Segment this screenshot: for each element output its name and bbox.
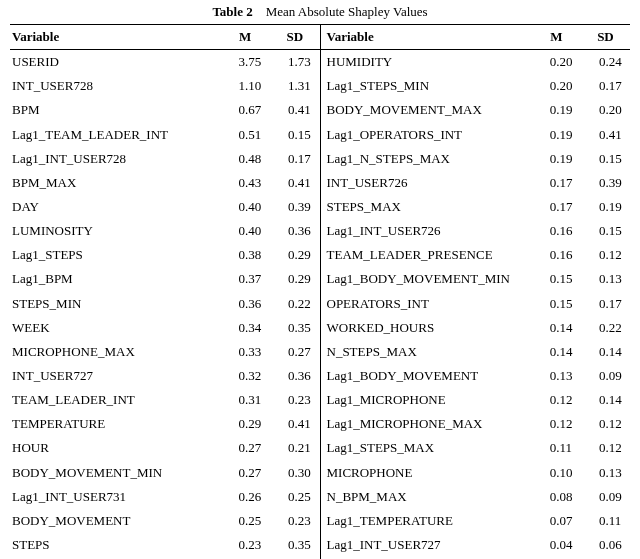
sd-cell: 0.35 [270,316,320,340]
variable-cell: N_STEPS_MAX [321,340,532,364]
m-cell: 0.25 [220,509,270,533]
sd-cell: 0.14 [581,340,630,364]
variable-cell: Lag1_INT_USER727 [321,533,532,557]
variable-cell: HOUR [10,436,220,460]
variable-cell: Lag1_TEMPERATURE [321,509,532,533]
header-variable: Variable [10,25,220,50]
table-row: MICROPHONE_MAX0.330.27 [10,340,320,364]
variable-cell: USERID [10,50,220,75]
table-header-row: Variable M SD [321,25,631,50]
m-cell: 0.13 [532,364,581,388]
m-cell: 0.17 [532,195,581,219]
sd-cell: 0.09 [581,364,630,388]
variable-cell: INT_USER728 [10,74,220,98]
m-cell: 0.27 [220,461,270,485]
table-row: Lag1_INT_USER7270.040.06 [321,533,631,557]
table-row: Lag1_OPERATORS_INT0.190.41 [321,123,631,147]
sd-cell: 0.12 [581,412,630,436]
m-cell: 0.04 [532,533,581,557]
table-caption-label: Table 2 [212,4,252,19]
sd-cell: 0.29 [270,267,320,291]
variable-cell: INT_USER726 [321,171,532,195]
shapley-table: Variable M SD USERID3.751.73INT_USER7281… [10,24,630,559]
m-cell: 0.16 [532,219,581,243]
header-sd: SD [581,25,630,50]
m-cell: 0.14 [532,340,581,364]
table-row: BPM0.670.41 [10,98,320,122]
sd-cell: 0.14 [581,388,630,412]
table-row: USERID3.751.73 [10,50,320,75]
variable-cell: DAY [10,195,220,219]
table-right-column: Variable M SD HUMIDITY0.200.24Lag1_STEPS… [321,25,631,559]
sd-cell: 0.09 [581,485,630,509]
table-row: TEAM_LEADER_INT0.310.23 [10,388,320,412]
variable-cell: MICROPHONE_MAX [10,340,220,364]
variable-cell: WEEK [10,316,220,340]
variable-cell: STEPS_MAX [321,195,532,219]
table-row: Lag1_BODY_MOVEMENT_MIN0.150.13 [321,267,631,291]
table-row: Lag1_INT_USER7280.480.17 [10,147,320,171]
m-cell: 0.43 [220,171,270,195]
table-row: STEPS0.230.35 [10,533,320,557]
m-cell: 0.31 [220,388,270,412]
table-row: TEMPERATURE0.290.41 [10,412,320,436]
table-row: DAY0.400.39 [10,195,320,219]
m-cell: 0.40 [220,219,270,243]
variable-cell: BPM_MAX [10,171,220,195]
variable-cell: Lag1_MICROPHONE [321,388,532,412]
table-row: INT_USER7281.101.31 [10,74,320,98]
m-cell: 0.14 [532,316,581,340]
variable-cell: TEMPERATURE [10,412,220,436]
m-cell: 0.19 [532,123,581,147]
table-row: Lag1_MICROPHONE0.120.14 [321,388,631,412]
m-cell: 0.40 [220,195,270,219]
table-row: Lag1_TEAM_LEADER_INT0.510.15 [10,123,320,147]
sd-cell: 0.20 [581,98,630,122]
table-row: HUMIDITY0.200.24 [321,50,631,75]
table-row: Lag1_MICROPHONE_MAX0.120.12 [321,412,631,436]
m-cell: 3.75 [220,50,270,75]
variable-cell: Lag1_OPERATORS_INT [321,123,532,147]
table-row: N_BPM_MAX0.080.09 [321,485,631,509]
sd-cell: 0.06 [581,533,630,557]
variable-cell: LUMINOSITY [10,219,220,243]
m-cell: 0.34 [220,316,270,340]
sd-cell: 0.17 [270,147,320,171]
m-cell: 0.15 [532,267,581,291]
m-cell: 0.27 [220,436,270,460]
table-header-row: Variable M SD [10,25,320,50]
sd-cell: 0.17 [581,74,630,98]
table-row: Lag1_TEMPERATURE0.070.11 [321,509,631,533]
variable-cell: Lag1_INT_USER731 [10,485,220,509]
m-cell: 0.67 [220,98,270,122]
table-row: Lag1_INT_USER7260.160.15 [321,219,631,243]
variable-cell: BODY_MOVEMENT_MAX [321,98,532,122]
sd-cell: 0.29 [270,243,320,267]
header-m: M [532,25,581,50]
sd-cell: 0.30 [270,461,320,485]
sd-cell: 0.39 [270,195,320,219]
variable-cell: Lag1_BODY_MOVEMENT [321,364,532,388]
variable-cell: Lag1_BODY_MOVEMENT_MIN [321,267,532,291]
m-cell: 0.17 [532,171,581,195]
sd-cell: 0.17 [581,292,630,316]
table-row: BPM_MAX0.430.41 [10,171,320,195]
m-cell: 0.36 [220,292,270,316]
table-row: STEPS_MAX0.170.19 [321,195,631,219]
sd-cell: 0.41 [270,171,320,195]
m-cell: 0.11 [532,436,581,460]
variable-cell: HUMIDITY [321,50,532,75]
variable-cell: Lag1_INT_USER728 [10,147,220,171]
table-row: INT_USER7260.170.39 [321,171,631,195]
table-row: BODY_MOVEMENT_MIN0.270.30 [10,461,320,485]
table-row: LUMINOSITY0.400.36 [10,219,320,243]
m-cell: 0.51 [220,123,270,147]
variable-cell: N_BPM_MAX [321,485,532,509]
table-row: Lag1_BPM0.370.29 [10,267,320,291]
table-row: BODY_MOVEMENT_MAX0.190.20 [321,98,631,122]
m-cell: 0.10 [532,461,581,485]
m-cell: 0.20 [532,50,581,75]
table-right: Variable M SD HUMIDITY0.200.24Lag1_STEPS… [321,25,631,559]
m-cell: 0.16 [532,243,581,267]
table-left: Variable M SD USERID3.751.73INT_USER7281… [10,25,320,559]
